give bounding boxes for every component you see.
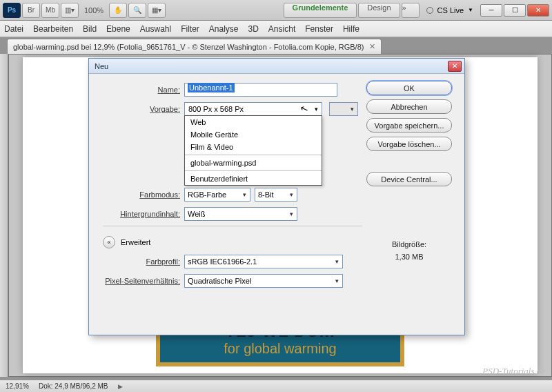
name-input[interactable]: Unbenannt-1 — [184, 83, 337, 97]
image-size-label: Bildgröße: — [392, 239, 426, 251]
menu-hilfe[interactable]: Hilfe — [343, 24, 359, 34]
document-tab-title: global-warming.psd bei 12,9% (Fotolia_96… — [13, 43, 364, 51]
delete-preset-button[interactable]: Vorgabe löschen... — [366, 137, 452, 151]
document-tab-row: global-warming.psd bei 12,9% (Fotolia_96… — [0, 37, 552, 54]
preset-option-file[interactable]: global-warming.psd — [185, 157, 322, 169]
ps-logo[interactable]: Ps — [3, 3, 21, 18]
preset-option-custom[interactable]: Benutzerdefiniert — [185, 173, 322, 185]
preset-option-mobile[interactable]: Mobile Geräte — [185, 128, 322, 141]
menu-analyse[interactable]: Analyse — [209, 24, 239, 34]
close-icon[interactable]: ✕ — [369, 42, 375, 51]
preset-option-film[interactable]: Film & Video — [185, 141, 322, 153]
dialog-title: Neu — [92, 62, 108, 70]
mini-bridge-button[interactable]: Mb — [41, 3, 59, 18]
dialog-titlebar[interactable]: Neu ✕ — [89, 59, 464, 74]
cs-live[interactable]: CS Live ▼ — [426, 6, 473, 14]
label-farbmodus: Farbmodus: — [95, 190, 184, 199]
left-panel-edge[interactable] — [0, 54, 8, 377]
ok-button[interactable]: OK — [366, 81, 452, 95]
menu-bearbeiten[interactable]: Bearbeiten — [33, 24, 73, 34]
status-bar: 12,91% Dok: 24,9 MB/96,2 MB ▶ — [0, 380, 552, 392]
watermark: PSD-Tutorials.de — [482, 366, 545, 377]
preset-option-web[interactable]: Web — [185, 116, 322, 128]
preset-dropdown[interactable]: 800 Px x 568 Px ↖ — [184, 102, 322, 116]
menu-datei[interactable]: Datei — [4, 24, 23, 34]
cursor-icon: ↖ — [299, 101, 310, 115]
dialog-close-button[interactable]: ✕ — [448, 61, 462, 72]
hand-tool-button[interactable]: ✋ — [109, 3, 127, 18]
bit-depth-combo[interactable]: 8-Bit — [255, 188, 297, 202]
label-erweitert: Erweitert — [121, 238, 150, 246]
preset-selected: 800 Px x 568 Px — [188, 105, 244, 113]
label-name: Name: — [95, 86, 184, 94]
preset-dropdown-list: Web Mobile Geräte Film & Video global-wa… — [184, 115, 322, 186]
cslive-icon — [426, 7, 433, 14]
arrange-button[interactable]: ▦▾ — [148, 3, 166, 18]
menu-3d[interactable]: 3D — [248, 24, 259, 34]
label-pixel-seitenverhaeltnis: Pixel-Seitenverhältnis: — [95, 277, 184, 285]
chevron-down-icon: ▼ — [468, 7, 473, 13]
document-tab[interactable]: global-warming.psd bei 12,9% (Fotolia_96… — [7, 39, 382, 54]
background-combo[interactable]: Weiß — [184, 207, 297, 221]
status-doc-size[interactable]: Dok: 24,9 MB/96,2 MB — [39, 382, 108, 390]
menu-auswahl[interactable]: Auswahl — [140, 24, 171, 34]
cslive-label: CS Live — [437, 6, 464, 14]
color-mode-combo[interactable]: RGB-Farbe — [184, 188, 250, 202]
pixel-aspect-combo[interactable]: Quadratische Pixel — [184, 274, 343, 288]
label-hintergrund: Hintergrundinhalt: — [95, 210, 184, 218]
screen-mode-button[interactable]: ▥▾ — [61, 3, 79, 18]
menu-ansicht[interactable]: Ansicht — [268, 24, 295, 34]
menu-filter[interactable]: Filter — [181, 24, 199, 34]
window-close[interactable]: ✕ — [527, 4, 549, 17]
label-vorgabe: Vorgabe: — [95, 105, 184, 113]
window-minimize[interactable]: ─ — [480, 4, 502, 17]
zoom-tool-button[interactable]: 🔍 — [128, 3, 146, 18]
workspace-design[interactable]: Design — [358, 3, 400, 18]
image-size-value: 1,30 MB — [392, 251, 426, 264]
workspace-more[interactable]: » — [402, 3, 420, 18]
menu-bild[interactable]: Bild — [83, 24, 97, 34]
menu-fenster[interactable]: Fenster — [305, 24, 333, 34]
window-maximize[interactable]: ☐ — [504, 4, 526, 17]
banner-line2: for global warming — [224, 341, 336, 357]
cancel-button[interactable]: Abbrechen — [366, 99, 452, 114]
status-arrow-icon[interactable]: ▶ — [118, 383, 123, 390]
workspace-grundelemente[interactable]: Grundelemente — [284, 3, 357, 18]
advanced-toggle[interactable]: « — [103, 236, 115, 248]
device-central-button[interactable]: Device Central... — [366, 172, 452, 186]
menu-ebene[interactable]: Ebene — [106, 24, 130, 34]
status-zoom[interactable]: 12,91% — [6, 382, 29, 390]
new-document-dialog: Neu ✕ Name: Unbenannt-1 Vorgabe: 800 Px … — [88, 58, 465, 335]
color-profile-combo[interactable]: sRGB IEC61966-2.1 — [184, 255, 343, 268]
menu-bar: Datei Bearbeiten Bild Ebene Auswahl Filt… — [0, 21, 552, 37]
label-farbprofil: Farbprofil: — [95, 257, 184, 266]
save-preset-button[interactable]: Vorgabe speichern... — [366, 118, 452, 133]
top-toolbar: Ps Br Mb ▥▾ 100% ✋ 🔍 ▦▾ Grundelemente De… — [0, 0, 552, 21]
zoom-level[interactable]: 100% — [80, 6, 108, 14]
hidden-combo-1[interactable] — [329, 102, 358, 116]
bridge-button[interactable]: Br — [22, 3, 40, 18]
